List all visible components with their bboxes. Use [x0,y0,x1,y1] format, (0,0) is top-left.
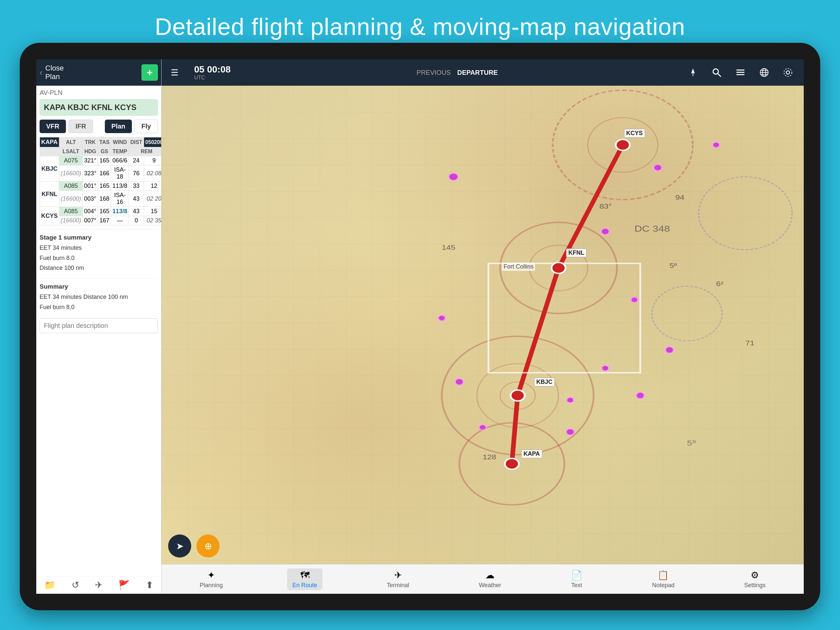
svg-text:6²: 6² [716,280,723,288]
list-icon[interactable] [731,63,750,82]
refresh-icon[interactable]: ↺ [71,580,79,591]
menu-icon[interactable]: ☰ [168,66,181,79]
kfnl-alt: A085 [59,181,83,191]
tab-text[interactable]: 📄 Text [566,569,588,590]
previous-label[interactable]: PREVIOUS [417,69,451,76]
enroute-label: En Route [292,582,317,589]
kbjc-dist: 24 [129,156,144,165]
track-icon[interactable] [684,63,702,82]
kcys-temp: — [111,216,129,225]
kfnl-temp: ISA-16 [111,191,129,207]
svg-line-26 [512,395,518,464]
svg-point-36 [631,297,638,303]
add-button[interactable]: + [141,64,158,81]
weather-icon: ☁ [485,570,494,581]
summary-section: Summary EET 34 minutes Distance 100 nm F… [39,279,158,315]
svg-text:145: 145 [442,244,455,251]
notepad-label: Notepad [652,582,674,589]
svg-text:94: 94 [675,194,684,201]
svg-point-41 [455,379,464,385]
bottom-tab-bar: ✦ Planning 🗺 En Route ✈ Terminal ☁ Weath… [161,564,804,594]
left-bottom-icons: 📁 ↺ ✈ 🚩 ⬆ [36,576,161,594]
svg-point-31 [505,458,519,469]
temp-header: TEMP [111,147,129,156]
kfnl-gs: 168 [98,191,111,207]
svg-rect-1 [693,72,693,76]
folder-icon[interactable]: 📁 [44,580,56,591]
tab-planning[interactable]: ✦ Planning [194,569,228,590]
fort-collins-label: Fort Collins [502,263,535,271]
kbjc-trk: 321° [83,156,98,165]
plan-button[interactable]: Plan [105,120,132,133]
svg-point-13 [784,69,792,76]
text-icon: 📄 [571,570,583,581]
plan-id-label: AV-PLN [39,89,158,96]
ifr-button[interactable]: IFR [69,120,93,133]
tab-settings[interactable]: ⚙ Settings [739,569,771,590]
tab-enroute[interactable]: 🗺 En Route [287,569,322,590]
svg-rect-27 [489,263,640,373]
table-row: KCYS A085 004° 165 113/8 43 15 [40,207,161,216]
compass-button[interactable]: ⊕ [196,534,219,558]
wp-header: KAPA [40,137,59,147]
svg-point-32 [449,173,458,181]
tab-notepad[interactable]: 📋 Notepad [647,569,680,590]
toolbar-nav: PREVIOUS DEPARTURE [417,69,498,76]
svg-text:5⁸: 5⁸ [687,439,696,447]
kfnl-wind: 113/8 [111,181,129,191]
planning-label: Planning [200,582,223,589]
tab-terminal[interactable]: ✈ Terminal [381,569,414,590]
svg-text:DC 348: DC 348 [634,224,670,233]
wp-kcys: KCYS [40,207,59,225]
departure-badge[interactable]: DEPARTURE [457,69,498,76]
globe-icon[interactable] [755,63,774,82]
search-icon[interactable] [707,63,726,82]
svg-point-35 [601,228,609,235]
kcys-dist: 43 [129,207,144,216]
left-panel-header: ‹ Close Plan + [36,59,161,86]
svg-point-39 [636,392,644,399]
svg-point-33 [654,164,662,171]
kbjc-temp: ISA-18 [111,165,129,181]
airport-label-kfnl: KFNL [566,249,586,257]
rem-header: REM [129,147,161,156]
svg-point-38 [602,365,609,371]
terminal-icon: ✈ [394,570,402,581]
vfr-button[interactable]: VFR [39,120,66,133]
close-plan-button[interactable]: ‹ Close Plan [39,64,141,81]
summary-title: Summary [39,281,158,292]
waypoints-display[interactable]: KAPA KBJC KFNL KCYS [39,99,158,116]
kcys-tas: 165 [98,207,111,216]
kbjc-wind: 066/6 [111,156,129,165]
fly-button[interactable]: Fly [134,120,158,133]
tablet-frame: ‹ Close Plan + AV-PLN KAPA KBJC KFNL KCY… [20,43,820,610]
kbjc-tas: 165 [98,156,111,165]
flight-plan-description-input[interactable] [39,318,158,333]
flag-icon[interactable]: 🚩 [118,580,130,591]
kfnl-tas: 165 [98,181,111,191]
left-panel-content: AV-PLN KAPA KBJC KFNL KCYS VFR IFR Plan … [36,86,161,576]
svg-point-44 [567,397,574,403]
plan-sublabel: Plan [45,72,64,81]
aircraft-icon[interactable]: ✈ [95,580,103,591]
svg-rect-4 [736,69,744,71]
kbjc-hdg: 323° [83,165,98,181]
svg-point-22 [699,177,792,250]
upload-icon[interactable]: ⬆ [146,580,153,591]
stage-eet: EET 34 minutes [39,243,158,253]
summary-line1: EET 34 minutes Distance 100 nm [39,292,158,302]
kcys-rem: 0 [129,216,144,225]
time-header: 050200 [144,137,161,147]
navigate-button[interactable]: ➤ [168,534,191,558]
flight-plan-table: KAPA ALT TRK TAS WIND DIST 050200 LSALT [39,137,161,225]
kbjc-time: 9 [144,156,161,165]
stage-fuel: Fuel burn 8.0 [39,253,158,263]
tab-weather[interactable]: ☁ Weather [474,569,507,590]
map-toolbar: ☰ 05 00:08 UTC PREVIOUS DEPARTURE [161,59,804,86]
time-display: 05 00:08 [194,64,231,75]
main-area: ‹ Close Plan + AV-PLN KAPA KBJC KFNL KCY… [36,59,804,594]
kcys-lsalt: (16600) [59,216,83,225]
kfnl-time: 12 [144,181,161,191]
settings-icon[interactable] [779,63,797,82]
map-area[interactable]: DC 348 83° 94 145 128 5⁸ 6² 71 5⁸ KCYS K… [161,86,804,564]
